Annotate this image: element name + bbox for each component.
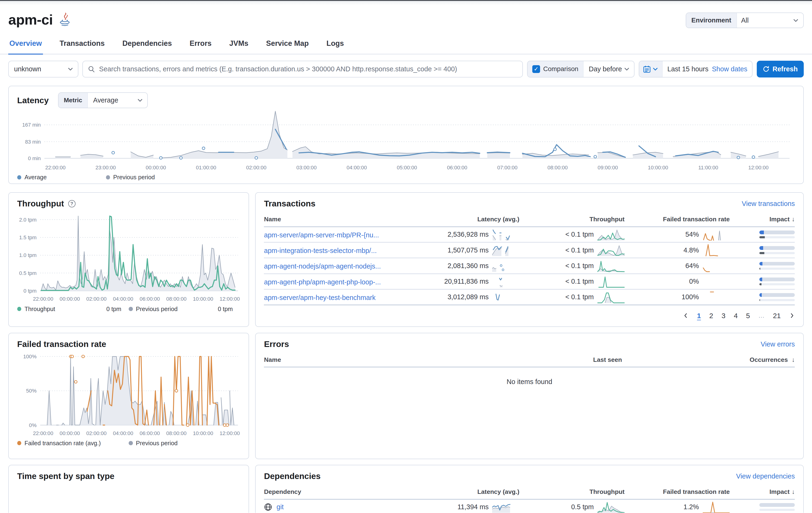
- help-icon[interactable]: ?: [68, 200, 76, 207]
- transactions-pagination: 12345…21: [264, 312, 795, 320]
- latency-sparkline: [492, 290, 519, 304]
- legend-value: 0 tpm: [106, 306, 121, 313]
- legend-item[interactable]: Previous period: [106, 174, 195, 181]
- tab-logs[interactable]: Logs: [325, 36, 345, 54]
- errors-panel: Errors View errors Name Last seen Occurr…: [255, 333, 804, 459]
- previous-page-icon[interactable]: [683, 313, 689, 318]
- time-range-display[interactable]: Last 15 hours Show dates: [663, 65, 752, 73]
- impact-bars: [759, 246, 795, 254]
- transaction-type-value: unknown: [14, 65, 41, 73]
- page-3[interactable]: 3: [722, 312, 726, 320]
- table-row: apm-agent-php/apm-agent-php-loop-... 20,…: [264, 274, 795, 290]
- environment-label: Environment: [686, 13, 737, 28]
- tab-dependencies[interactable]: Dependencies: [121, 36, 173, 54]
- legend-dot-icon: [17, 175, 22, 180]
- legend-item[interactable]: Average: [17, 174, 106, 181]
- environment-value: All: [737, 13, 793, 28]
- throughput-sparkline: [598, 275, 625, 288]
- transaction-link[interactable]: apm-integration-tests-selector-mbp/...: [264, 247, 377, 254]
- transaction-link[interactable]: apm-server/apm-server-mbp/PR-{nu...: [264, 231, 379, 239]
- svg-text:00:00:00: 00:00:00: [59, 296, 80, 302]
- page-1[interactable]: 1: [697, 312, 701, 320]
- svg-text:09:00:00: 09:00:00: [598, 164, 618, 170]
- page-5[interactable]: 5: [746, 312, 750, 320]
- tab-errors[interactable]: Errors: [188, 36, 213, 54]
- page-21[interactable]: 21: [773, 312, 781, 320]
- environment-select[interactable]: Environment All: [686, 12, 804, 28]
- svg-text:0.5 tpm: 0.5 tpm: [19, 270, 36, 276]
- comparison-toggle[interactable]: ✓ Comparison: [527, 61, 583, 77]
- legend-label: Throughput: [25, 306, 55, 313]
- failed-rate-sparkline: [703, 275, 730, 288]
- show-dates-link[interactable]: Show dates: [712, 65, 747, 73]
- dependencies-title: Dependencies: [264, 471, 321, 481]
- svg-text:12:00:00: 12:00:00: [220, 296, 240, 302]
- svg-text:02:00:00: 02:00:00: [246, 164, 266, 170]
- svg-text:10:00:00: 10:00:00: [193, 430, 213, 436]
- transaction-link[interactable]: apm-agent-nodejs/apm-agent-nodejs...: [264, 262, 381, 270]
- throughput-sparkline: [598, 243, 625, 257]
- latency-panel: Latency Metric Average 0 min83 min167 mi…: [8, 86, 804, 184]
- tab-jvms[interactable]: JVMs: [228, 36, 250, 54]
- dependency-link[interactable]: git: [277, 503, 284, 511]
- table-row: apm-agent-nodejs/apm-agent-nodejs... 2,0…: [264, 259, 795, 274]
- col-impact-sort[interactable]: Impact ↓: [730, 216, 795, 223]
- legend-item[interactable]: Previous period: [129, 440, 240, 447]
- latency-sparkline: [492, 243, 519, 257]
- svg-text:04:00:00: 04:00:00: [347, 164, 367, 170]
- view-transactions-link[interactable]: View transactions: [742, 200, 795, 208]
- legend-label: Previous period: [136, 306, 178, 313]
- col-latency: Latency (avg.): [414, 488, 520, 495]
- view-errors-link[interactable]: View errors: [761, 340, 795, 348]
- legend-item[interactable]: Previous period0 tpm: [129, 306, 240, 313]
- col-dependency: Dependency: [264, 488, 414, 495]
- failed-rate-sparkline: [703, 290, 730, 304]
- svg-text:08:00:00: 08:00:00: [166, 430, 186, 436]
- col-throughput: Throughput: [519, 488, 625, 495]
- tab-transactions[interactable]: Transactions: [59, 36, 106, 54]
- failed-rate-panel: Failed transaction rate 0%50%100%22:00:0…: [8, 333, 249, 459]
- svg-text:06:00:00: 06:00:00: [447, 164, 467, 170]
- legend-label: Failed transaction rate (avg.): [25, 440, 101, 447]
- date-picker: Last 15 hours Show dates: [639, 61, 753, 78]
- legend-item[interactable]: Failed transaction rate (avg.): [17, 440, 129, 447]
- refresh-button[interactable]: Refresh: [757, 61, 804, 78]
- transactions-table-header: Name Latency (avg.) Throughput Failed tr…: [264, 213, 795, 226]
- date-picker-calendar-button[interactable]: [639, 61, 663, 77]
- search-input[interactable]: [99, 65, 517, 73]
- view-dependencies-link[interactable]: View dependencies: [736, 473, 795, 480]
- throughput-panel: Throughput ? 0 tpm0.5 tpm1.0 tpm1.5 tpm2…: [8, 192, 249, 327]
- dependencies-panel: Dependencies View dependencies Dependenc…: [255, 465, 804, 513]
- col-occurrences-sort[interactable]: Occurrences ↓: [720, 356, 795, 363]
- throughput-chart: 0 tpm0.5 tpm1.0 tpm1.5 tpm2.0 tpm22:00:0…: [17, 208, 241, 303]
- page-title: apm-ci: [8, 11, 53, 28]
- apm-service-overview-page: apm-ci Environment All OverviewTransacti…: [0, 0, 812, 513]
- legend-item[interactable]: Throughput0 tpm: [17, 306, 129, 313]
- dependencies-table-body: git 11,394 ms 0.5 tpm 1.2%: [264, 499, 795, 513]
- page-4[interactable]: 4: [734, 312, 738, 320]
- service-header: apm-ci Environment All: [0, 5, 812, 28]
- search-icon: [88, 66, 95, 73]
- col-impact-sort[interactable]: Impact ↓: [730, 488, 795, 495]
- next-page-icon[interactable]: [789, 313, 795, 318]
- transaction-link[interactable]: apm-server/apm-hey-test-benchmark: [264, 294, 376, 301]
- transaction-type-select[interactable]: unknown: [8, 61, 78, 78]
- window-top-fade: [0, 1, 812, 5]
- legend-dot-icon: [17, 441, 22, 445]
- latency-metric-select[interactable]: Metric Average: [58, 92, 148, 108]
- impact-bars: [759, 262, 795, 270]
- throughput-title: Throughput: [17, 199, 64, 208]
- impact-bars: [759, 277, 795, 285]
- errors-empty-message: No items found: [264, 368, 795, 397]
- col-occurrences: Occurrences: [750, 356, 788, 363]
- comparison-select[interactable]: Day before: [583, 65, 634, 73]
- impact-bars: [759, 231, 795, 238]
- svg-text:12:00:00: 12:00:00: [220, 430, 240, 436]
- col-impact: Impact: [770, 216, 790, 223]
- tab-overview[interactable]: Overview: [8, 36, 43, 55]
- comparison-checkbox[interactable]: ✓: [532, 65, 540, 73]
- page-2[interactable]: 2: [709, 312, 713, 320]
- tab-service-map[interactable]: Service Map: [265, 36, 310, 54]
- transaction-link[interactable]: apm-agent-php/apm-agent-php-loop-...: [264, 278, 381, 286]
- svg-text:07:00:00: 07:00:00: [497, 164, 517, 170]
